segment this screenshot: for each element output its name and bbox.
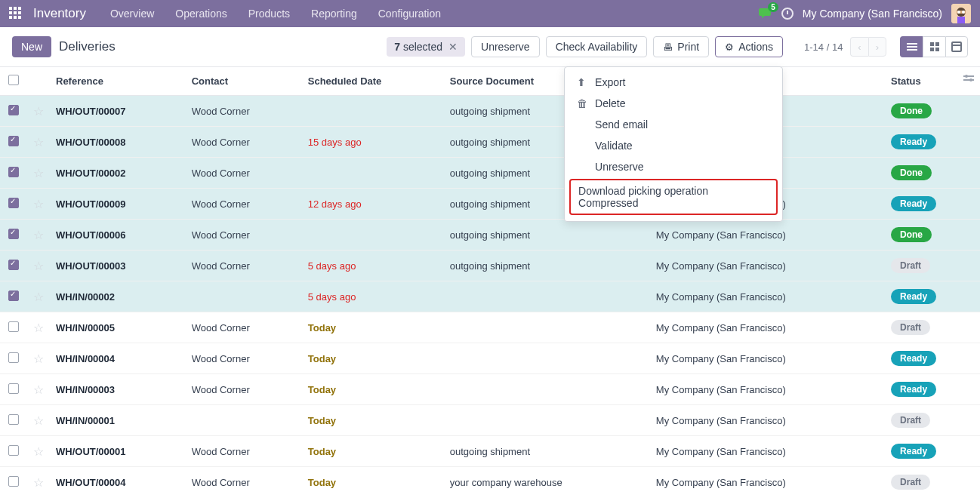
action-validate-label: Validate xyxy=(595,140,633,152)
actions-button[interactable]: Actions xyxy=(715,36,783,57)
row-checkbox[interactable] xyxy=(8,414,19,425)
list-icon xyxy=(907,43,917,51)
table-row[interactable]: ☆ WH/OUT/00003 Wood Corner 5 days ago ou… xyxy=(0,250,980,281)
selection-count: 7 xyxy=(394,41,400,53)
star-icon[interactable]: ☆ xyxy=(33,445,44,458)
table-row[interactable]: ☆ WH/IN/00001 Today My Company (San Fran… xyxy=(0,405,980,436)
column-options-icon[interactable] xyxy=(963,75,974,81)
row-scheduled-date: 15 days ago xyxy=(308,137,362,148)
table-row[interactable]: ☆ WH/OUT/00006 Wood Corner outgoing ship… xyxy=(0,220,980,250)
row-scheduled-date: Today xyxy=(308,415,336,426)
col-star xyxy=(27,67,50,96)
col-checkbox xyxy=(0,67,27,96)
nav-products[interactable]: Products xyxy=(241,0,297,27)
new-button[interactable]: New xyxy=(12,36,51,57)
col-reference[interactable]: Reference xyxy=(50,67,186,96)
unreserve-button[interactable]: Unreserve xyxy=(471,36,540,57)
row-checkbox[interactable] xyxy=(8,383,19,394)
selection-chip: 7 selected ✕ xyxy=(387,37,465,57)
table-row[interactable]: ☆ WH/IN/00003 Wood Corner Today My Compa… xyxy=(0,374,980,405)
star-icon[interactable]: ☆ xyxy=(33,260,44,272)
table-row[interactable]: ☆ WH/OUT/00007 Wood Corner outgoing ship… xyxy=(0,96,980,127)
star-icon[interactable]: ☆ xyxy=(33,383,44,396)
row-checkbox[interactable] xyxy=(8,198,19,208)
row-source-document: outgoing shipment xyxy=(450,446,530,457)
action-send-email[interactable]: Send email xyxy=(565,114,782,135)
check-availability-button[interactable]: Check Availability xyxy=(546,36,648,57)
col-contact[interactable]: Contact xyxy=(186,67,302,96)
star-icon[interactable]: ☆ xyxy=(33,321,44,334)
row-reference: WH/OUT/00002 xyxy=(56,168,125,179)
table-row[interactable]: ☆ WH/IN/00002 5 days ago My Company (San… xyxy=(0,281,980,312)
action-download-compressed[interactable]: Download picking operation Compressed xyxy=(569,179,778,215)
clock-icon[interactable] xyxy=(781,8,794,20)
row-checkbox[interactable] xyxy=(8,476,19,487)
star-icon[interactable]: ☆ xyxy=(33,352,44,365)
row-checkbox[interactable] xyxy=(8,290,19,301)
action-download-compressed-label: Download picking operation Compressed xyxy=(578,185,769,209)
nav-configuration[interactable]: Configuration xyxy=(371,0,448,27)
row-checkbox[interactable] xyxy=(8,229,19,239)
gear-icon xyxy=(725,41,734,53)
nav-overview[interactable]: Overview xyxy=(103,0,162,27)
chat-icon[interactable]: 5 xyxy=(759,7,772,21)
table-row[interactable]: ☆ WH/IN/00005 Wood Corner Today My Compa… xyxy=(0,312,980,343)
pager-next-button[interactable]: › xyxy=(868,37,886,57)
row-company: My Company (San Francisco) xyxy=(656,415,786,426)
row-company: My Company (San Francisco) xyxy=(656,384,786,395)
star-icon[interactable]: ☆ xyxy=(33,136,44,149)
avatar[interactable] xyxy=(951,4,971,23)
row-scheduled-date: Today xyxy=(308,353,336,364)
actions-dropdown-menu: ⬆ Export 🗑 Delete Send email Validate xyxy=(564,66,783,222)
row-reference: WH/OUT/00009 xyxy=(56,198,125,210)
selection-label: selected xyxy=(403,41,442,53)
row-contact: Wood Corner xyxy=(192,322,250,333)
star-icon[interactable]: ☆ xyxy=(33,198,44,211)
pager-text: 1-14 / 14 xyxy=(804,41,843,53)
table-row[interactable]: ☆ WH/OUT/00009 Wood Corner 12 days ago o… xyxy=(0,189,980,220)
table-row[interactable]: ☆ WH/OUT/00008 Wood Corner 15 days ago o… xyxy=(0,127,980,158)
star-icon[interactable]: ☆ xyxy=(33,290,44,303)
table-row[interactable]: ☆ WH/IN/00004 Wood Corner Today My Compa… xyxy=(0,343,980,374)
row-checkbox[interactable] xyxy=(8,321,19,332)
nav-operations[interactable]: Operations xyxy=(168,0,234,27)
pager-prev-button[interactable]: ‹ xyxy=(850,37,868,57)
star-icon[interactable]: ☆ xyxy=(33,105,44,118)
row-checkbox[interactable] xyxy=(8,136,19,146)
view-list-button[interactable] xyxy=(900,36,923,57)
status-badge: Draft xyxy=(891,475,930,490)
row-checkbox[interactable] xyxy=(8,105,19,115)
action-validate[interactable]: Validate xyxy=(565,135,782,156)
row-checkbox[interactable] xyxy=(8,260,19,270)
print-button[interactable]: Print xyxy=(653,36,709,57)
table-row[interactable]: ☆ WH/OUT/00002 Wood Corner outgoing ship… xyxy=(0,158,980,189)
star-icon[interactable]: ☆ xyxy=(33,476,44,489)
status-badge: Draft xyxy=(891,413,930,428)
row-checkbox[interactable] xyxy=(8,352,19,363)
calendar-icon xyxy=(951,41,962,52)
col-status[interactable]: Status xyxy=(885,67,980,96)
action-delete[interactable]: 🗑 Delete xyxy=(565,93,782,114)
action-export[interactable]: ⬆ Export xyxy=(565,72,782,93)
row-reference: WH/OUT/00006 xyxy=(56,229,125,241)
view-calendar-button[interactable] xyxy=(945,36,968,57)
control-right: 7 selected ✕ Unreserve Check Availabilit… xyxy=(387,36,968,57)
col-scheduled-date[interactable]: Scheduled Date xyxy=(302,67,444,96)
table-row[interactable]: ☆ WH/OUT/00001 Wood Corner Today outgoin… xyxy=(0,436,980,467)
table-row[interactable]: ☆ WH/OUT/00004 Wood Corner Today your co… xyxy=(0,467,980,498)
view-kanban-button[interactable] xyxy=(923,36,945,57)
action-unreserve[interactable]: Unreserve xyxy=(565,156,782,177)
row-checkbox[interactable] xyxy=(8,445,19,456)
select-all-checkbox[interactable] xyxy=(8,75,19,85)
clear-selection-icon[interactable]: ✕ xyxy=(448,41,458,53)
app-title[interactable]: Inventory xyxy=(33,6,86,21)
row-checkbox[interactable] xyxy=(8,167,19,177)
star-icon[interactable]: ☆ xyxy=(33,167,44,180)
row-scheduled-date: Today xyxy=(308,446,336,457)
star-icon[interactable]: ☆ xyxy=(33,229,44,241)
company-name[interactable]: My Company (San Francisco) xyxy=(803,8,942,20)
apps-icon[interactable] xyxy=(9,7,23,20)
nav-reporting[interactable]: Reporting xyxy=(304,0,365,27)
star-icon[interactable]: ☆ xyxy=(33,414,44,427)
row-reference: WH/IN/00002 xyxy=(56,291,115,303)
